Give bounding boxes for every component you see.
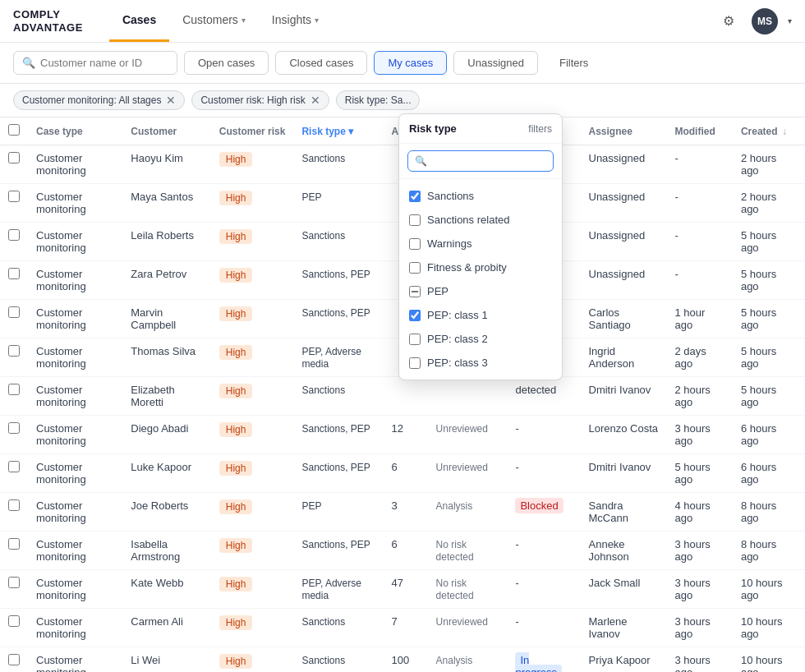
row-checkbox-cell[interactable] bbox=[0, 338, 28, 377]
dropdown-item[interactable]: Fitness & probity bbox=[399, 255, 562, 279]
search-input[interactable] bbox=[40, 57, 168, 69]
nav-tab-cases[interactable]: Cases bbox=[109, 0, 169, 42]
modified-cell: 2 days ago bbox=[666, 338, 732, 377]
filter-tag-monitoring: Customer monitoring: All stages ✕ bbox=[13, 90, 185, 110]
assignee-cell: Dmitri Ivanov bbox=[581, 454, 667, 493]
row-checkbox[interactable] bbox=[8, 499, 20, 511]
filters-button[interactable]: Filters bbox=[548, 52, 600, 74]
row-checkbox-cell[interactable] bbox=[0, 223, 28, 261]
dropdown-checkbox[interactable] bbox=[409, 310, 421, 321]
risk-type-cell: PEP bbox=[293, 184, 383, 223]
row-checkbox[interactable] bbox=[8, 384, 20, 395]
row-checkbox-cell[interactable] bbox=[0, 300, 28, 338]
row-checkbox-cell[interactable] bbox=[0, 184, 28, 223]
risk-type-cell: Sanctions, PEP bbox=[293, 454, 383, 493]
dropdown-checkbox[interactable] bbox=[409, 334, 421, 345]
modified-cell: 3 hours ago bbox=[666, 570, 732, 609]
row-checkbox[interactable] bbox=[8, 654, 20, 665]
row-checkbox-cell[interactable] bbox=[0, 261, 28, 300]
assignee-cell: Sandra McCann bbox=[581, 493, 667, 532]
dropdown-item[interactable]: Sanctions bbox=[399, 184, 562, 208]
row-checkbox[interactable] bbox=[8, 191, 20, 202]
stage-cell: - bbox=[507, 416, 580, 454]
unassigned-tab[interactable]: Unassigned bbox=[453, 51, 538, 75]
dropdown-item[interactable]: PEP: class 2 bbox=[399, 327, 562, 351]
row-checkbox[interactable] bbox=[8, 152, 20, 163]
dropdown-item-label: PEP: class 2 bbox=[427, 333, 488, 345]
logo: COMPLY ADVANTAGE bbox=[13, 8, 83, 34]
risk-type-cell: Sanctions, PEP bbox=[293, 261, 383, 300]
row-checkbox-cell[interactable] bbox=[0, 609, 28, 647]
dropdown-item[interactable]: Sanctions related bbox=[399, 208, 562, 232]
customer-cell: Elizabeth Moretti bbox=[122, 377, 210, 416]
row-checkbox[interactable] bbox=[8, 461, 20, 472]
alerts-cell: 6 bbox=[384, 454, 428, 493]
assignee-cell: Unassigned bbox=[581, 145, 667, 184]
row-checkbox[interactable] bbox=[8, 306, 20, 318]
row-checkbox-cell[interactable] bbox=[0, 377, 28, 416]
col-risk-type[interactable]: Risk type ▾ bbox=[293, 117, 383, 145]
dropdown-item[interactable]: PEP: class 3 bbox=[399, 351, 562, 375]
created-cell: 5 hours ago bbox=[733, 377, 805, 416]
stage-cell: - bbox=[507, 609, 580, 647]
created-cell: 6 hours ago bbox=[733, 454, 805, 493]
dropdown-checkbox[interactable] bbox=[409, 191, 421, 202]
dropdown-item[interactable]: PEP bbox=[399, 279, 562, 303]
row-checkbox[interactable] bbox=[8, 268, 20, 279]
alerts-cell: 7 bbox=[384, 609, 428, 647]
dropdown-checkbox[interactable] bbox=[409, 357, 421, 369]
nav-tab-customers[interactable]: Customers ▾ bbox=[169, 0, 259, 42]
row-checkbox[interactable] bbox=[8, 229, 20, 241]
my-cases-tab[interactable]: My cases bbox=[374, 51, 447, 75]
chevron-down-icon[interactable]: ▾ bbox=[788, 16, 792, 25]
select-all-checkbox[interactable] bbox=[8, 124, 20, 136]
row-checkbox-cell[interactable] bbox=[0, 532, 28, 570]
search-icon: 🔍 bbox=[415, 155, 427, 167]
stage-text: - bbox=[515, 422, 518, 435]
dropdown-checkbox[interactable] bbox=[409, 262, 421, 274]
assignee-cell: Jack Small bbox=[581, 570, 667, 609]
risk-badge: High bbox=[219, 306, 253, 321]
dropdown-item[interactable]: PEP: class 1 bbox=[399, 303, 562, 327]
created-cell: 10 hours ago bbox=[733, 609, 805, 647]
row-checkbox-cell[interactable] bbox=[0, 647, 28, 673]
risk-cell: High bbox=[211, 647, 294, 673]
col-modified[interactable]: Modified bbox=[666, 117, 732, 145]
row-checkbox-cell[interactable] bbox=[0, 570, 28, 609]
search-box: 🔍 bbox=[13, 51, 177, 75]
created-cell: 5 hours ago bbox=[733, 338, 805, 377]
row-checkbox[interactable] bbox=[8, 577, 20, 588]
row-checkbox-cell[interactable] bbox=[0, 493, 28, 532]
created-cell: 10 hours ago bbox=[733, 647, 805, 673]
case-type-cell: Customer monitoring bbox=[28, 223, 122, 261]
select-all-header[interactable] bbox=[0, 117, 28, 145]
avatar[interactable]: MS bbox=[752, 8, 778, 35]
row-checkbox-cell[interactable] bbox=[0, 454, 28, 493]
dropdown-search-input[interactable] bbox=[432, 155, 546, 167]
open-cases-tab[interactable]: Open cases bbox=[184, 51, 269, 75]
col-assignee: Assignee bbox=[581, 117, 667, 145]
risk-cell: High bbox=[211, 145, 294, 184]
remove-filter-monitoring[interactable]: ✕ bbox=[166, 94, 176, 106]
row-checkbox[interactable] bbox=[8, 615, 20, 627]
row-checkbox-cell[interactable] bbox=[0, 145, 28, 184]
remove-filter-risk[interactable]: ✕ bbox=[310, 94, 320, 106]
status-cell: Analysis bbox=[428, 493, 508, 532]
row-checkbox[interactable] bbox=[8, 345, 20, 357]
status-cell: No risk detected bbox=[428, 532, 508, 570]
dropdown-item-label: Sanctions bbox=[427, 190, 474, 202]
col-created[interactable]: Created ↓ bbox=[733, 117, 805, 145]
dropdown-checkbox[interactable] bbox=[409, 214, 421, 226]
case-type-cell: Customer monitoring bbox=[28, 454, 122, 493]
row-checkbox[interactable] bbox=[8, 538, 20, 550]
risk-badge: High bbox=[219, 384, 253, 398]
dropdown-item[interactable]: Warnings bbox=[399, 232, 562, 255]
closed-cases-tab[interactable]: Closed cases bbox=[275, 51, 367, 75]
table-row: Customer monitoring Isabella Armstrong H… bbox=[0, 532, 805, 570]
nav-tab-insights[interactable]: Insights ▾ bbox=[259, 0, 332, 42]
dropdown-checkbox[interactable] bbox=[409, 286, 421, 297]
row-checkbox-cell[interactable] bbox=[0, 416, 28, 454]
row-checkbox[interactable] bbox=[8, 422, 20, 434]
dropdown-checkbox[interactable] bbox=[409, 238, 421, 250]
gear-icon[interactable]: ⚙ bbox=[715, 8, 742, 35]
